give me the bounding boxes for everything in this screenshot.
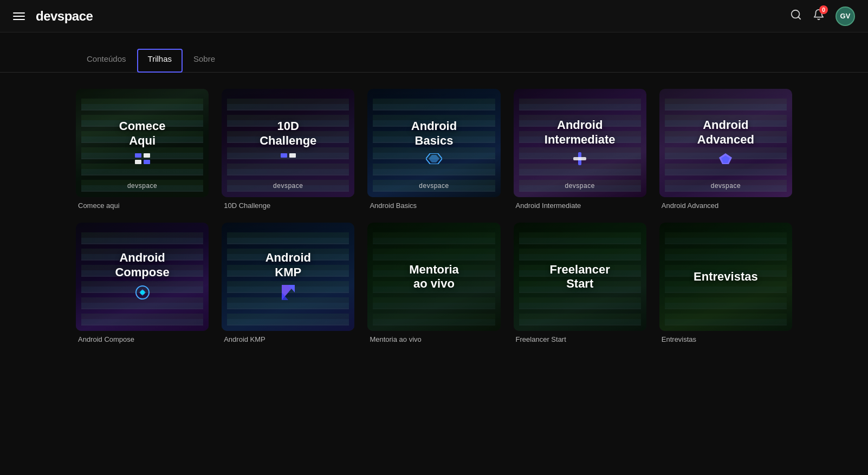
card-10d-challenge[interactable]: 10DChallenge devspace 10D Challenge	[222, 89, 354, 210]
card-label-mentoria: Mentoria ao vivo	[367, 335, 500, 343]
card-label-android-basics: Android Basics	[367, 201, 500, 210]
card-label-android-advanced: Android Advanced	[659, 201, 792, 210]
compose-icon	[135, 285, 150, 303]
svg-rect-3	[144, 153, 150, 158]
dart-icon	[426, 153, 442, 167]
svg-line-1	[798, 17, 800, 19]
card-title-android-intermediate: AndroidIntermediate	[545, 118, 616, 147]
card-thumbnail-entrevistas: Entrevistas	[659, 223, 792, 331]
card-title-10d: 10DChallenge	[260, 119, 316, 148]
nav-tabs: Conteúdos Trilhas Sobre	[0, 49, 868, 73]
devspace-cross-icon	[573, 152, 586, 168]
card-thumbnail-10d: 10DChallenge devspace	[222, 89, 354, 197]
card-title-android-compose: AndroidCompose	[115, 251, 169, 279]
card-title-mentoria: Mentoriaao vivo	[409, 263, 459, 291]
card-thumbnail-android-intermediate: AndroidIntermediate devspace	[514, 89, 646, 197]
card-grid-row1: ComeceAqui devspace Comece aqui	[76, 89, 792, 210]
card-title-freelancer-start: FreelancerStart	[550, 263, 610, 291]
avatar[interactable]: GV	[835, 6, 855, 26]
tab-conteudos[interactable]: Conteúdos	[76, 49, 137, 73]
card-label-android-kmp: Android KMP	[222, 335, 354, 343]
card-content: Entrevistas	[685, 223, 767, 331]
svg-rect-6	[281, 153, 287, 158]
svg-marker-9	[429, 155, 439, 162]
diamond-icon	[718, 152, 733, 168]
card-thumbnail-mentoria: Mentoriaao vivo	[367, 223, 500, 331]
card-content: Mentoriaao vivo	[400, 223, 468, 331]
card-label-10d: 10D Challenge	[222, 201, 354, 210]
card-thumbnail-android-advanced: AndroidAdvanced devspace	[659, 89, 792, 197]
hamburger-menu-icon[interactable]	[13, 12, 25, 20]
main-content: ComeceAqui devspace Comece aqui	[0, 73, 868, 360]
card-content: AndroidCompose	[106, 223, 178, 331]
card-content: FreelancerStart	[541, 223, 619, 331]
search-button[interactable]	[790, 9, 802, 23]
card-label-freelancer-start: Freelancer Start	[514, 335, 646, 343]
card-label-comece-aqui: Comece aqui	[76, 201, 209, 210]
header-right: 0 GV	[790, 6, 855, 26]
tab-sobre[interactable]: Sobre	[183, 49, 226, 73]
card-entrevistas[interactable]: Entrevistas Entrevistas	[659, 223, 792, 343]
card-thumbnail-android-kmp: AndroidKMP	[222, 223, 354, 331]
card-title-comece-aqui: ComeceAqui	[119, 119, 166, 148]
card-title-android-basics: AndroidBasics	[411, 119, 457, 148]
card-grid-row2: AndroidCompose Android Compose	[76, 223, 792, 343]
svg-rect-11	[573, 157, 586, 160]
card-content: AndroidIntermediate	[536, 89, 624, 197]
notification-button[interactable]: 0	[813, 9, 825, 23]
svg-rect-7	[289, 153, 296, 158]
card-content: AndroidAdvanced	[689, 89, 763, 197]
svg-point-15	[140, 290, 145, 295]
card-android-compose[interactable]: AndroidCompose Android Compose	[76, 223, 209, 343]
card-title-entrevistas: Entrevistas	[694, 270, 758, 284]
kotlin-icon	[282, 285, 295, 303]
card-android-basics[interactable]: AndroidBasics devspace Android Basics	[367, 89, 500, 210]
card-label-entrevistas: Entrevistas	[659, 335, 792, 343]
card-title-android-advanced: AndroidAdvanced	[697, 118, 754, 147]
svg-rect-4	[135, 160, 141, 164]
card-content: 10DChallenge	[251, 89, 325, 197]
card-content: AndroidKMP	[257, 223, 320, 331]
card-label-android-compose: Android Compose	[76, 335, 209, 343]
notification-badge: 0	[819, 5, 828, 14]
card-android-intermediate[interactable]: AndroidIntermediate devspace Android Int…	[514, 89, 646, 210]
tab-trilhas[interactable]: Trilhas	[137, 49, 183, 73]
card-thumbnail-freelancer-start: FreelancerStart	[514, 223, 646, 331]
card-title-android-kmp: AndroidKMP	[265, 251, 311, 279]
svg-rect-2	[135, 153, 141, 158]
devspace-small-icon	[281, 153, 296, 167]
card-comece-aqui[interactable]: ComeceAqui devspace Comece aqui	[76, 89, 209, 210]
card-label-android-intermediate: Android Intermediate	[514, 201, 646, 210]
card-thumbnail-android-compose: AndroidCompose	[76, 223, 209, 331]
card-content: ComeceAqui	[111, 89, 174, 197]
header-left: devspace	[13, 9, 93, 24]
card-android-advanced[interactable]: AndroidAdvanced devspace Android Advance…	[659, 89, 792, 210]
card-mentoria[interactable]: Mentoriaao vivo Mentoria ao vivo	[367, 223, 500, 343]
card-freelancer-start[interactable]: FreelancerStart Freelancer Start	[514, 223, 646, 343]
card-thumbnail-android-basics: AndroidBasics devspace	[367, 89, 500, 197]
svg-rect-5	[144, 160, 150, 164]
logo: devspace	[36, 9, 93, 24]
card-android-kmp[interactable]: AndroidKMP Android KMP	[222, 223, 354, 343]
card-content: AndroidBasics	[403, 89, 465, 197]
header: devspace 0 GV	[0, 0, 868, 32]
devspace-icon	[135, 153, 150, 167]
card-thumbnail-comece-aqui: ComeceAqui devspace	[76, 89, 209, 197]
